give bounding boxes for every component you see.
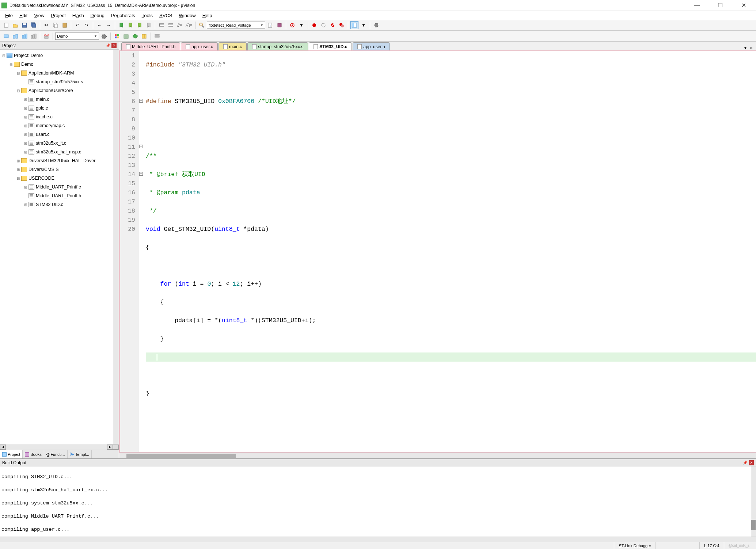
undo-icon[interactable]: ↶ [73, 21, 81, 29]
comment-icon[interactable]: //≡ [176, 21, 184, 29]
cut-icon[interactable]: ✂ [42, 21, 50, 29]
bookmark-prev-icon[interactable] [126, 21, 134, 29]
scroll-left-icon[interactable]: ◀ [0, 445, 6, 450]
tree-file[interactable]: usart.c [36, 132, 50, 137]
options-icon[interactable] [153, 32, 161, 40]
menu-svcs[interactable]: SVCS [156, 12, 175, 19]
translate-icon[interactable] [2, 32, 10, 40]
tree-target[interactable]: Demo [21, 62, 33, 67]
tree-file[interactable]: memorymap.c [36, 123, 65, 128]
breakpoint-killall-icon[interactable] [338, 21, 346, 29]
bookmark-icon[interactable] [117, 21, 125, 29]
incremental-find-icon[interactable] [276, 21, 284, 29]
editor-tab-3[interactable]: main.c [219, 42, 247, 50]
fold-icon[interactable]: − [139, 172, 143, 176]
build-vscrollbar[interactable] [751, 466, 756, 537]
maximize-button[interactable]: ☐ [713, 1, 727, 10]
configure-icon[interactable] [372, 21, 380, 29]
nav-forward-icon[interactable]: → [105, 21, 113, 29]
outdent-icon[interactable] [167, 21, 175, 29]
paste-icon[interactable] [61, 21, 69, 29]
save-icon[interactable] [20, 21, 29, 29]
copy-icon[interactable] [52, 21, 60, 29]
editor-tab-1[interactable]: Middle_UART_Printf.h [121, 42, 180, 50]
code-content[interactable]: #include "STM32_UID.h" #define STM32U5_U… [144, 51, 756, 452]
minimize-button[interactable]: — [689, 1, 704, 10]
breakpoint-disable-icon[interactable] [319, 21, 327, 29]
tree-file[interactable]: icache.c [36, 114, 53, 119]
window-layout-icon[interactable] [350, 21, 358, 29]
menu-flash[interactable]: Flash [69, 12, 87, 19]
tree-file[interactable]: startup_stm32u575xx.s [36, 79, 83, 84]
tree-file[interactable]: Middle_UART_Printf.c [36, 184, 81, 190]
build-hscrollbar[interactable] [0, 537, 756, 542]
close-button[interactable]: ✕ [736, 1, 751, 10]
bookmark-next-icon[interactable] [136, 21, 144, 29]
tree-vscrollbar[interactable] [113, 50, 119, 444]
dropdown-icon-2[interactable]: ▼ [360, 21, 368, 29]
menu-help[interactable]: Help [200, 12, 215, 19]
open-file-icon[interactable] [11, 21, 19, 29]
pack-installer-icon[interactable] [122, 32, 130, 40]
tree-file[interactable]: main.c [36, 97, 49, 102]
tree-file[interactable]: stm32u5xx_it.c [36, 141, 66, 146]
pin-icon[interactable]: 📌 [743, 461, 747, 465]
menu-view[interactable]: View [31, 12, 47, 19]
editor-tab-5[interactable]: STM32_UID.c [309, 42, 352, 50]
editor-tab-4[interactable]: startup_stm32u575xx.s [247, 42, 308, 50]
menu-tools[interactable]: Tools [139, 12, 156, 19]
tree-root[interactable]: Project: Demo [14, 53, 43, 58]
tree-file[interactable]: STM32 UID.c [36, 202, 63, 207]
tree-file[interactable]: Middle_UART_Printf.h [36, 193, 81, 198]
save-all-icon[interactable] [30, 21, 38, 29]
menu-file[interactable]: File [2, 12, 16, 19]
tab-templates[interactable]: 0▸Templ... [68, 450, 92, 458]
tab-books[interactable]: Books [23, 450, 44, 458]
tree-file[interactable]: gpio.c [36, 106, 48, 111]
editor-tab-2[interactable]: app_user.c [181, 42, 218, 50]
new-file-icon[interactable] [2, 21, 10, 29]
tree-file[interactable]: stm32u5xx_hal_msp.c [36, 149, 81, 155]
tab-close-icon[interactable]: ✕ [749, 45, 754, 50]
menu-window[interactable]: Window [176, 12, 198, 19]
target-select[interactable]: Demo ▼ [55, 33, 99, 40]
manage-rte-icon[interactable] [113, 32, 121, 40]
menu-project[interactable]: Project [48, 12, 68, 19]
target-options-icon[interactable] [100, 32, 108, 40]
editor-tab-6[interactable]: app_user.h [353, 42, 390, 50]
breakpoint-kill-icon[interactable] [328, 21, 337, 29]
debug-start-icon[interactable] [288, 21, 296, 29]
nav-back-icon[interactable]: ← [95, 21, 103, 29]
uncomment-icon[interactable]: //≢ [185, 21, 193, 29]
scroll-thumb[interactable] [126, 454, 236, 458]
books-icon[interactable] [140, 32, 148, 40]
menu-debug[interactable]: Debug [88, 12, 107, 19]
rebuild-icon[interactable] [20, 32, 29, 40]
pin-icon[interactable]: 📌 [106, 43, 110, 47]
menu-peripherals[interactable]: Peripherals [108, 12, 138, 19]
tree-group[interactable]: Drivers/STM32U5xx_HAL_Driver [29, 158, 95, 163]
download-icon[interactable]: LOAD [42, 32, 50, 40]
panel-close-button[interactable]: ✕ [111, 43, 117, 48]
scroll-right-icon[interactable]: ▶ [107, 445, 113, 450]
build-icon[interactable] [11, 32, 19, 40]
fold-column[interactable]: − − − [138, 51, 144, 452]
panel-close-button[interactable]: ✕ [749, 460, 754, 465]
breakpoint-icon[interactable] [310, 21, 318, 29]
tab-project[interactable]: Project [0, 450, 23, 458]
tree-group[interactable]: Application/User/Core [29, 88, 73, 93]
batch-build-icon[interactable] [30, 32, 38, 40]
bookmark-clear-icon[interactable] [145, 21, 153, 29]
code-editor[interactable]: 12345678910 11121314151617181920 − − − #… [119, 51, 756, 453]
find-icon[interactable] [198, 21, 206, 29]
project-tree[interactable]: ⊟Project: Demo ⊟Demo ⊟Application/MDK-AR… [0, 50, 119, 444]
redo-icon[interactable]: ↷ [83, 21, 91, 29]
find-combo[interactable]: flodetect_Read_voltage ▼ [207, 22, 265, 29]
tab-functions[interactable]: {}Functi... [44, 450, 68, 458]
tree-hscrollbar[interactable]: ◀ ▶ [0, 444, 119, 450]
tab-menu-icon[interactable]: ▼ [743, 45, 748, 50]
fold-icon[interactable]: − [139, 145, 143, 148]
find-in-files-icon[interactable] [266, 21, 274, 29]
select-packs-icon[interactable] [131, 32, 139, 40]
dropdown-icon[interactable]: ▼ [297, 21, 305, 29]
